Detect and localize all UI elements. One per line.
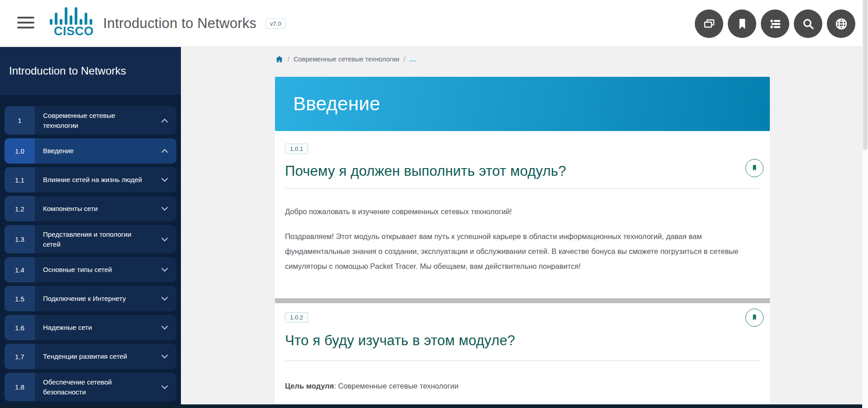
section-1-0-1: 1.0.1 Почему я должен выполнить этот мод… — [275, 131, 770, 274]
chevron-down-icon — [153, 344, 176, 369]
section-title: Почему я должен выполнить этот модуль? — [285, 163, 760, 179]
sidebar-item-1-7[interactable]: 1.7 Тенденции развития сетей — [5, 344, 176, 369]
cisco-logo-icon — [49, 6, 96, 25]
sidebar: Introduction to Networks 1 Современные с… — [0, 47, 181, 408]
paragraph: Поздравляем! Этот модуль открывает вам п… — [285, 229, 760, 274]
course-title: Introduction to Networks — [0, 47, 181, 95]
chapter-number: 1.7 — [5, 344, 35, 369]
chapter-number: 1.6 — [5, 315, 35, 340]
chapter-label: Влияние сетей на жизнь людей — [35, 167, 153, 192]
menu-icon[interactable] — [17, 17, 35, 30]
header: CISCO Introduction to Networks v7.0 — [0, 0, 868, 47]
section-title: Что я буду изучать в этом модуле? — [285, 333, 760, 349]
chevron-down-icon — [153, 196, 176, 221]
module-goal-value: : Современные сетевые технологии — [334, 382, 458, 390]
chapter-number: 1.1 — [5, 167, 35, 192]
breadcrumb-course[interactable]: Современные сетевые технологии — [294, 56, 399, 63]
chapter-number: 1.5 — [5, 286, 35, 311]
chapter-number: 1.0 — [5, 138, 35, 164]
cisco-logo: CISCO — [49, 6, 99, 38]
sidebar-item-1[interactable]: 1 Современные сетевые технологии — [5, 106, 176, 135]
breadcrumb-separator: / — [288, 56, 289, 63]
chevron-up-icon — [153, 138, 176, 164]
breadcrumb-ellipsis[interactable]: ... — [409, 56, 416, 63]
sidebar-item-1-3[interactable]: 1.3 Представления и топологии сетей — [5, 225, 176, 253]
content-card: 1.0.1 Почему я должен выполнить этот мод… — [275, 131, 770, 404]
page-title: Introduction to Networks — [103, 15, 256, 32]
bookmark-section-button[interactable] — [745, 309, 764, 327]
module-goal-label: Цель модуля — [285, 382, 334, 390]
globe-icon[interactable] — [827, 9, 855, 38]
chevron-down-icon — [153, 315, 176, 340]
version-badge: v7.0 — [266, 19, 286, 29]
module-nav: 1 Современные сетевые технологии 1.0 Вве… — [0, 95, 181, 401]
module-banner-title: Введение — [275, 93, 380, 115]
chapter-label: Тенденции развития сетей — [35, 344, 153, 369]
sidebar-item-1-1[interactable]: 1.1 Влияние сетей на жизнь людей — [5, 167, 176, 192]
paragraph: Добро пожаловать в изучение современных … — [285, 204, 760, 219]
scrollbar-thumb[interactable] — [863, 0, 868, 150]
chevron-up-icon — [153, 106, 176, 135]
sidebar-item-1-0[interactable]: 1.0 Введение — [5, 138, 176, 164]
contents-list-icon[interactable] — [761, 9, 789, 38]
bookmark-section-button[interactable] — [745, 159, 764, 177]
chapter-number: 1.8 — [5, 373, 35, 401]
section-divider — [275, 298, 770, 303]
home-icon[interactable] — [275, 55, 284, 63]
search-icon[interactable] — [794, 9, 822, 38]
cisco-logo-text: CISCO — [49, 24, 99, 38]
chapter-number: 1.4 — [5, 257, 35, 282]
breadcrumb-separator: / — [403, 56, 405, 63]
chapter-number: 1 — [5, 106, 35, 135]
heading-rule — [285, 361, 760, 361]
footer-bar — [0, 404, 868, 408]
chevron-down-icon — [153, 373, 176, 401]
chapter-label: Надежные сети — [35, 315, 153, 340]
chevron-down-icon — [153, 167, 176, 192]
chapter-label: Представления и топологии сетей — [35, 225, 153, 253]
module-goal: Цель модуля: Современные сетевые техноло… — [285, 382, 760, 390]
section-1-0-2: 1.0.2 Что я буду изучать в этом модуле? … — [275, 303, 770, 390]
module-banner: Введение — [275, 77, 770, 131]
chapter-label: Компоненты сети — [35, 196, 153, 221]
sidebar-item-1-8[interactable]: 1.8 Обеспечение сетевой безопасности — [5, 373, 176, 401]
chapter-label: Обеспечение сетевой безопасности — [35, 373, 153, 401]
chapter-label: Основные типы сетей — [35, 257, 153, 282]
slides-icon[interactable] — [695, 9, 723, 38]
chapter-number: 1.2 — [5, 196, 35, 221]
chapter-number: 1.3 — [5, 225, 35, 253]
topic-badge: 1.0.2 — [285, 312, 308, 323]
topic-badge: 1.0.1 — [285, 144, 308, 154]
breadcrumb: / Современные сетевые технологии / ... — [275, 55, 416, 63]
chevron-down-icon — [153, 257, 176, 282]
chapter-label: Введение — [35, 138, 153, 164]
chapter-label: Подключение к Интернету — [35, 286, 153, 311]
header-actions — [695, 9, 855, 38]
chapter-label: Современные сетевые технологии — [35, 106, 153, 135]
sidebar-item-1-2[interactable]: 1.2 Компоненты сети — [5, 196, 176, 221]
heading-rule — [285, 188, 760, 189]
bookmark-icon — [750, 313, 759, 322]
sidebar-item-1-6[interactable]: 1.6 Надежные сети — [5, 315, 176, 340]
scrollbar[interactable] — [862, 0, 868, 408]
chevron-down-icon — [153, 225, 176, 253]
bookmark-icon[interactable] — [728, 9, 756, 38]
bookmark-icon — [750, 164, 759, 173]
chevron-down-icon — [153, 286, 176, 311]
sidebar-item-1-5[interactable]: 1.5 Подключение к Интернету — [5, 286, 176, 311]
sidebar-item-1-4[interactable]: 1.4 Основные типы сетей — [5, 257, 176, 282]
